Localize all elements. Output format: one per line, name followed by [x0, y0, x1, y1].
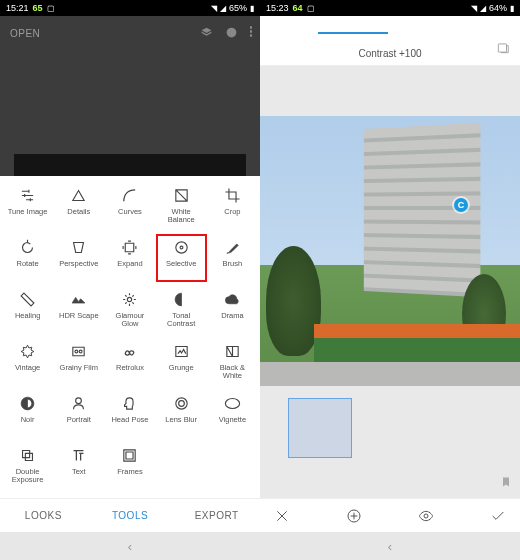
drama-icon: [223, 290, 241, 308]
tool-black-white[interactable]: Black & White: [207, 338, 258, 386]
lensblur-icon: [172, 394, 190, 412]
tool-selective[interactable]: Selective: [156, 234, 207, 282]
tool-label: White Balance: [168, 208, 195, 225]
double-icon: [19, 446, 37, 464]
tool-double-exposure[interactable]: Double Exposure: [2, 442, 53, 490]
battery-percent: 64%: [489, 3, 507, 13]
tool-curves[interactable]: Curves: [104, 182, 155, 230]
svg-point-0: [226, 28, 236, 38]
tool-label: Rotate: [17, 260, 39, 268]
app-icon: ▢: [47, 4, 55, 13]
crop-icon: [223, 186, 241, 204]
tool-vignette[interactable]: Vignette: [207, 390, 258, 438]
tool-hdr-scape[interactable]: HDR Scape: [53, 286, 104, 334]
tool-rotate[interactable]: Rotate: [2, 234, 53, 282]
tool-frames[interactable]: Frames: [104, 442, 155, 490]
tool-brush[interactable]: Brush: [207, 234, 258, 282]
apply-button[interactable]: [490, 508, 506, 524]
status-bar-left: 15:21 65 ▢ ◥ ◢ 65% ▮: [0, 0, 260, 16]
svg-rect-1: [498, 44, 506, 52]
tool-tonal-contrast[interactable]: Tonal Contrast: [156, 286, 207, 334]
tool-label: Glamour Glow: [116, 312, 145, 329]
tool-crop[interactable]: Crop: [207, 182, 258, 230]
glow-icon: [121, 290, 139, 308]
wifi-icon: ◥: [471, 4, 477, 13]
tool-white-balance[interactable]: White Balance: [156, 182, 207, 230]
tool-noir[interactable]: Noir: [2, 390, 53, 438]
tool-text[interactable]: Text: [53, 442, 104, 490]
svg-point-3: [424, 514, 428, 518]
tool-label: Crop: [224, 208, 240, 216]
add-point-button[interactable]: [346, 508, 362, 524]
editor-header-dimmed: OPEN: [0, 16, 260, 176]
text-icon: [70, 446, 88, 464]
tool-label: Noir: [21, 416, 35, 424]
vignette-icon: [223, 394, 241, 412]
triangle-icon: [70, 186, 88, 204]
tool-drama[interactable]: Drama: [207, 286, 258, 334]
tool-healing[interactable]: Healing: [2, 286, 53, 334]
bottom-tabs: LOOKS TOOLS EXPORT: [0, 498, 260, 532]
active-tab-indicator: [318, 32, 388, 34]
slider-thumb[interactable]: [288, 398, 352, 458]
battery-icon: ▮: [510, 4, 514, 13]
more-icon[interactable]: [250, 26, 253, 42]
tool-label: Black & White: [220, 364, 245, 381]
persp-icon: [70, 238, 88, 256]
tool-label: Vintage: [15, 364, 40, 372]
hdr-icon: [70, 290, 88, 308]
tool-grunge[interactable]: Grunge: [156, 338, 207, 386]
bw-icon: [223, 342, 241, 360]
action-bar: [260, 498, 520, 532]
photo-area: C: [260, 66, 520, 498]
tool-glamour-glow[interactable]: Glamour Glow: [104, 286, 155, 334]
sliders-icon: [19, 186, 37, 204]
image-preview-dimmed: [14, 154, 246, 176]
nav-back-right[interactable]: ‹: [388, 539, 392, 554]
control-point[interactable]: C: [454, 198, 468, 212]
signal-icon: ◢: [480, 4, 486, 13]
expand-icon: [121, 238, 139, 256]
tools-panel: Tune ImageDetailsCurvesWhite BalanceCrop…: [0, 176, 260, 498]
photo-tree: [266, 246, 321, 356]
tab-tools[interactable]: TOOLS: [87, 499, 174, 532]
photo-preview[interactable]: C: [260, 116, 520, 386]
tool-retrolux[interactable]: Retrolux: [104, 338, 155, 386]
tool-label: Vignette: [219, 416, 246, 424]
tool-perspective[interactable]: Perspective: [53, 234, 104, 282]
curve-icon: [121, 186, 139, 204]
cancel-button[interactable]: [274, 508, 290, 524]
tab-export[interactable]: EXPORT: [173, 499, 260, 532]
tool-label: Curves: [118, 208, 142, 216]
tool-lens-blur[interactable]: Lens Blur: [156, 390, 207, 438]
info-icon[interactable]: [225, 26, 238, 42]
tool-details[interactable]: Details: [53, 182, 104, 230]
layers-icon[interactable]: [200, 26, 213, 42]
tab-looks[interactable]: LOOKS: [0, 499, 87, 532]
tool-label: Lens Blur: [165, 416, 197, 424]
wifi-icon: ◥: [211, 4, 217, 13]
grain-icon: [70, 342, 88, 360]
tool-label: Retrolux: [116, 364, 144, 372]
nav-back-left[interactable]: ‹: [128, 539, 132, 554]
adjust-header: Contrast +100: [260, 16, 520, 66]
bookmark-icon[interactable]: [500, 474, 512, 492]
portrait-icon: [70, 394, 88, 412]
headpose-icon: [121, 394, 139, 412]
tool-head-pose[interactable]: Head Pose: [104, 390, 155, 438]
tool-label: HDR Scape: [59, 312, 99, 320]
tool-label: Head Pose: [111, 416, 148, 424]
tool-label: Grunge: [169, 364, 194, 372]
status-bar-right: 15:23 64 ▢ ◥ ◢ 64% ▮: [260, 0, 520, 16]
open-button[interactable]: OPEN: [10, 28, 40, 39]
slider-zone[interactable]: [260, 386, 520, 498]
tool-tune-image[interactable]: Tune Image: [2, 182, 53, 230]
tool-expand[interactable]: Expand: [104, 234, 155, 282]
tool-grainy-film[interactable]: Grainy Film: [53, 338, 104, 386]
tool-portrait[interactable]: Portrait: [53, 390, 104, 438]
tool-vintage[interactable]: Vintage: [2, 338, 53, 386]
tool-label: Healing: [15, 312, 40, 320]
tutorial-icon[interactable]: [496, 41, 510, 59]
preview-button[interactable]: [418, 508, 434, 524]
brush-icon: [223, 238, 241, 256]
